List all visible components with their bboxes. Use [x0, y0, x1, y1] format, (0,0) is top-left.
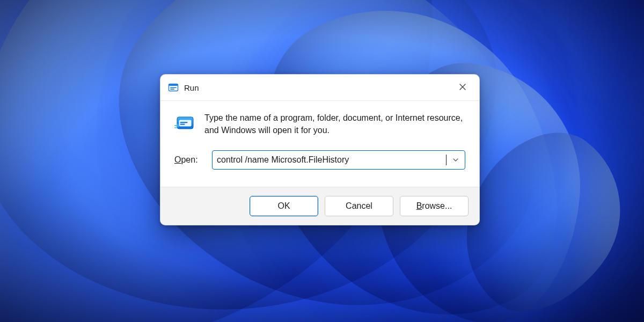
open-input[interactable] — [217, 155, 445, 165]
run-dialog-icon — [174, 113, 196, 134]
browse-button-label: Browse... — [416, 201, 452, 211]
svg-rect-7 — [180, 122, 188, 123]
svg-rect-8 — [180, 124, 185, 125]
dialog-description: Type the name of a program, folder, docu… — [204, 112, 465, 136]
cancel-button-label: Cancel — [346, 201, 372, 211]
run-title-icon — [168, 82, 179, 93]
open-combobox[interactable] — [212, 150, 465, 170]
run-dialog: Run — [160, 74, 480, 225]
svg-rect-3 — [170, 89, 174, 90]
button-bar: OK Cancel Browse... — [160, 187, 479, 225]
svg-rect-6 — [179, 120, 192, 127]
browse-button[interactable]: Browse... — [400, 196, 469, 216]
close-icon — [459, 83, 466, 92]
titlebar[interactable]: Run — [160, 75, 479, 101]
open-label: Open: — [174, 155, 204, 165]
window-title: Run — [184, 83, 199, 92]
svg-rect-2 — [170, 87, 177, 89]
close-button[interactable] — [450, 77, 475, 98]
text-caret — [446, 155, 447, 165]
ok-button-label: OK — [277, 201, 290, 211]
cancel-button[interactable]: Cancel — [325, 196, 393, 216]
chevron-down-icon[interactable] — [451, 157, 460, 163]
ok-button[interactable]: OK — [250, 196, 318, 216]
svg-rect-1 — [169, 84, 178, 86]
